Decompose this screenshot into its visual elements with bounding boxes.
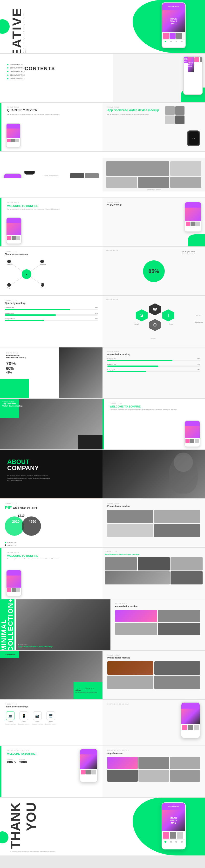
list-item: 03 COMPANY FILE xyxy=(7,71,25,72)
thumb xyxy=(170,832,176,839)
photo xyxy=(115,623,157,635)
device-icons-left: THEME TITLE Phone device mockup 💻 Deskto… xyxy=(0,700,102,745)
phone-navigation xyxy=(162,39,185,43)
minimal-bg xyxy=(16,599,111,650)
device-right: Phone device mockup xyxy=(102,158,205,191)
ph-thumbs xyxy=(6,588,21,593)
photo xyxy=(105,557,137,570)
info-body: Far far away behind the word mountains xyxy=(76,692,100,693)
label: Category Three xyxy=(107,369,117,371)
photo-grid-left: App showcase Watch device mockup Far far… xyxy=(0,651,102,699)
green-bar xyxy=(102,399,104,450)
swot-right-subtitle: THEME TITLE xyxy=(106,299,118,300)
bar-label: Category Two 55% xyxy=(107,364,200,365)
quarterly-right: THEME TITLE App Showcase Watch device mo… xyxy=(102,103,205,151)
big-percent-70: 70% xyxy=(6,361,96,367)
photo xyxy=(154,661,200,675)
creative-title: CREATIVE xyxy=(10,7,24,53)
company-label: COMPANY xyxy=(7,465,95,471)
phone-thumbs-sm xyxy=(194,57,203,94)
about-left: ABOUT COMPANY Far far away, behind the w… xyxy=(0,450,102,498)
big-percent-circle: 85% xyxy=(143,260,165,282)
img-sm xyxy=(170,161,201,176)
minimal-content: THEME TITLE App Showcase Watch device mo… xyxy=(16,599,205,650)
thumb xyxy=(11,138,15,142)
slide-swot: THEME TITLE Quarterly mockup Category On… xyxy=(0,296,205,347)
ph-img xyxy=(6,223,21,235)
photo xyxy=(138,557,170,570)
val: 55% xyxy=(197,364,200,365)
green-side-bar: MINIMAL COLLECTION+ xyxy=(0,599,14,650)
wp-title: WELCOME TO BONFIRE xyxy=(7,554,98,557)
stats-right-subtitle: THEME TITLE xyxy=(107,351,200,352)
bar-fill xyxy=(5,314,56,316)
thumb xyxy=(11,236,16,240)
phone-header: ROCK SMALL MAG xyxy=(162,3,185,10)
slide-stats-bars: THEME TITLE App ShowcaseWatch device moc… xyxy=(0,347,205,398)
ph-img xyxy=(80,754,97,769)
bar-label-1: Category One 70% xyxy=(5,307,98,308)
bar-label: Category Three 42% xyxy=(107,369,200,371)
phone-content-sm: ROCKSMALLMAG xyxy=(188,62,194,67)
welcome-bonfire-right: THEME TITLE WELCOME TO BONFIRE Far far a… xyxy=(102,399,205,450)
bar-label-2: Category Two 55% xyxy=(5,312,98,314)
ph-img xyxy=(185,426,200,438)
pi-right-sub: Phone device mockup xyxy=(107,750,200,751)
ph-img xyxy=(6,576,21,588)
creative-tagline: Be the best version of your own life, ch… xyxy=(23,12,37,53)
ph-img xyxy=(6,128,20,138)
di-title: Phone device mockup xyxy=(5,706,98,708)
info-title: App showcase Watch device mockup xyxy=(76,688,100,691)
photo xyxy=(107,510,153,523)
di-label: Camera xyxy=(35,721,39,722)
photo xyxy=(170,757,200,769)
img-sm xyxy=(106,177,137,188)
wb-subtitle: THEME TITLE xyxy=(110,402,200,404)
minimal-text-overlay: THEME TITLE App Showcase Watch device mo… xyxy=(18,644,53,648)
dot xyxy=(7,67,8,68)
percent-section-title: Phone device mockup xyxy=(5,253,98,255)
slide-device-icons: THEME TITLE Phone device mockup 💻 Deskto… xyxy=(0,700,205,745)
laptop-icon: 💻 xyxy=(6,712,14,720)
slide-photo-grid: App showcase Watch device mockup Far far… xyxy=(0,651,205,699)
photo xyxy=(107,757,138,769)
thank-tagline: Be the best version of your own life, ch… xyxy=(10,850,58,852)
nav-dot-3 xyxy=(176,41,177,42)
corner-label: COUNTRY NAME xyxy=(4,654,16,655)
ph-hdr-text: ROCK SMALL MAG xyxy=(168,806,179,807)
ph-content: ROCKSMALLMAG xyxy=(170,817,177,824)
camera-icon: 📷 xyxy=(33,712,41,720)
nav-dot-4 xyxy=(181,41,182,42)
q-right-body: Far far away, behind the word mountains,… xyxy=(107,113,200,115)
photo-collage-right xyxy=(105,557,203,585)
thumb xyxy=(194,725,199,730)
photo xyxy=(107,676,153,689)
wp-right-subtitle: THEME TITLE xyxy=(105,551,203,552)
bar-name: Category One xyxy=(5,307,14,308)
thumb xyxy=(91,770,96,774)
minimal-app-title: App Showcase Watch device mockup xyxy=(18,646,53,648)
thumb xyxy=(185,439,189,443)
photo xyxy=(107,524,153,537)
slide-welcome-1: THEME TITLE WELCOME TO BONFIRE Far far a… xyxy=(0,198,205,246)
ph-thumbs xyxy=(162,831,185,839)
percent-right: THEME TITLE 85% Far far away, behind the… xyxy=(102,247,205,296)
slide-quarterly-review: THEME TITLE QUARTERLY REVIEW Far far awa… xyxy=(0,103,205,151)
ph-hdr xyxy=(185,421,200,426)
watch-mockup: 12:30 xyxy=(187,130,200,146)
thumb xyxy=(195,222,200,226)
phone-thumbs xyxy=(162,32,185,39)
wb-body: Far far away, behind the word mountains,… xyxy=(110,409,200,411)
pie-legend: Category One Category Two Category Three xyxy=(5,542,98,547)
thank-green-circle xyxy=(0,831,8,843)
photo xyxy=(175,106,185,115)
green-corner-block: COUNTRY NAME xyxy=(0,651,19,658)
wp-right-title: App Showcase Watch device mockup xyxy=(105,553,203,555)
img-grid-bottom xyxy=(106,177,201,188)
stats-left: THEME TITLE App ShowcaseWatch device moc… xyxy=(0,347,102,398)
hex-O: O xyxy=(149,319,161,331)
ph-thumbs xyxy=(6,235,21,240)
green-block xyxy=(0,379,29,398)
stats-right-title: Phone device mockup xyxy=(107,353,200,355)
device-icon-item: 📱 Mobile Description text here xyxy=(18,712,29,725)
